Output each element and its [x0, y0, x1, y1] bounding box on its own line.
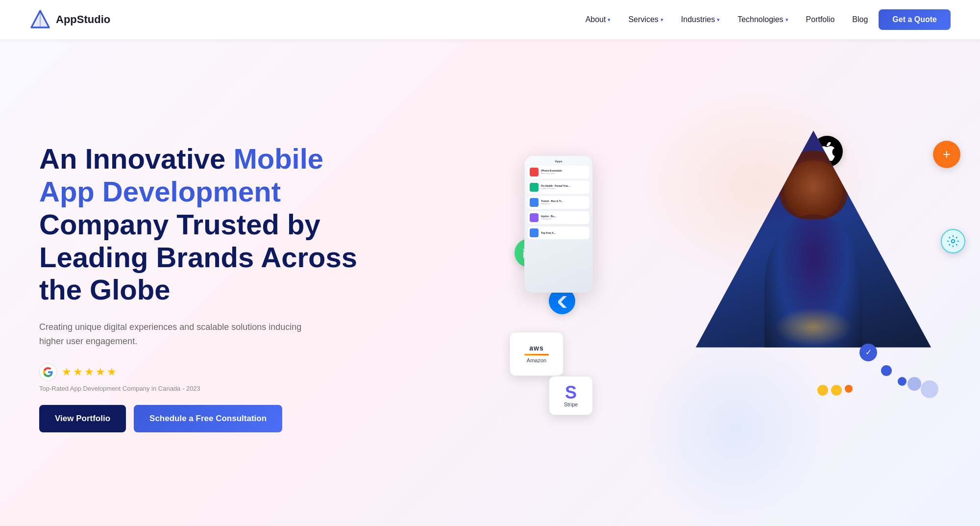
- logo-text: AppStudio: [56, 13, 110, 26]
- app-icon: [530, 213, 539, 222]
- yellow-dots: [817, 385, 853, 396]
- hero-title: An Innovative Mobile App Development Com…: [39, 143, 382, 306]
- hero-section: An Innovative Mobile App Development Com…: [0, 39, 980, 526]
- phone-mockup: Apps iPhone Essentials Must-have apps Fl…: [524, 155, 593, 293]
- navbar: AppStudio About ▾ Services ▾ Industries …: [0, 0, 980, 39]
- yellow-dot: [831, 385, 842, 396]
- phone-app-item: Injulce · Bu... Training Ski...: [528, 211, 589, 224]
- logo-icon: [29, 9, 51, 30]
- hero-buttons: View Portfolio Schedule a Free Consultat…: [39, 405, 382, 432]
- check-circle-icon: ✓: [859, 344, 877, 361]
- schedule-consultation-button[interactable]: Schedule a Free Consultation: [134, 405, 282, 432]
- chevron-down-icon: ▾: [661, 17, 663, 23]
- app-icon: [530, 183, 539, 192]
- deco-dot-3: [907, 377, 921, 391]
- phone-app-list: iPhone Essentials Must-have apps Flo Hea…: [528, 166, 589, 239]
- phone-app-item: iPhone Essentials Must-have apps: [528, 166, 589, 178]
- logo-link[interactable]: AppStudio: [29, 9, 110, 30]
- phone-app-item: Top Free A...: [528, 226, 589, 239]
- svg-point-5: [952, 239, 955, 243]
- hero-description: Creating unique digital experiences and …: [39, 320, 323, 349]
- yellow-dot: [817, 385, 828, 396]
- plus-icon: +: [933, 141, 960, 168]
- aws-card: aws Amazon: [510, 332, 564, 376]
- star-rating: ★ ★ ★ ★ ★: [62, 366, 117, 378]
- hero-left: An Innovative Mobile App Development Com…: [39, 143, 382, 432]
- phone-app-item: Transit · Bus & Tr... Navigation: [528, 196, 589, 209]
- app-icon: [530, 228, 539, 237]
- nav-links: About ▾ Services ▾ Industries ▾ Technolo…: [579, 9, 951, 30]
- stripe-card: S Stripe: [549, 376, 593, 415]
- deco-dot-2: [898, 377, 906, 386]
- nav-services[interactable]: Services ▾: [621, 11, 670, 28]
- hero-visual-triangle: [696, 131, 931, 386]
- chevron-down-icon: ▾: [785, 17, 788, 23]
- chevron-down-icon: ▾: [608, 17, 611, 23]
- rating-row: ★ ★ ★ ★ ★: [39, 363, 382, 381]
- nav-about[interactable]: About ▾: [579, 11, 618, 28]
- deco-dot-1: [881, 365, 892, 376]
- nav-blog[interactable]: Blog: [845, 11, 875, 28]
- app-icon: [530, 198, 539, 207]
- nav-portfolio[interactable]: Portfolio: [799, 11, 842, 28]
- yellow-dot-small: [845, 385, 853, 393]
- phone-app-item: Flo Health · Period Trac... Health & Fit…: [528, 181, 589, 194]
- app-icon: [530, 168, 539, 176]
- chevron-down-icon: ▾: [717, 17, 720, 23]
- rating-label: Top-Rated App Development Company in Can…: [39, 385, 382, 392]
- nav-industries[interactable]: Industries ▾: [674, 11, 727, 28]
- hero-right: + Apps iPhone Essentials Must-have apps: [510, 141, 951, 435]
- nav-technologies[interactable]: Technologies ▾: [731, 11, 795, 28]
- google-icon: [39, 363, 57, 381]
- view-portfolio-button[interactable]: View Portfolio: [39, 405, 126, 432]
- deco-dot-4: [921, 380, 938, 398]
- settings-icon: [941, 229, 965, 253]
- aws-logo-line: [524, 354, 549, 355]
- get-quote-button[interactable]: Get a Quote: [879, 9, 951, 30]
